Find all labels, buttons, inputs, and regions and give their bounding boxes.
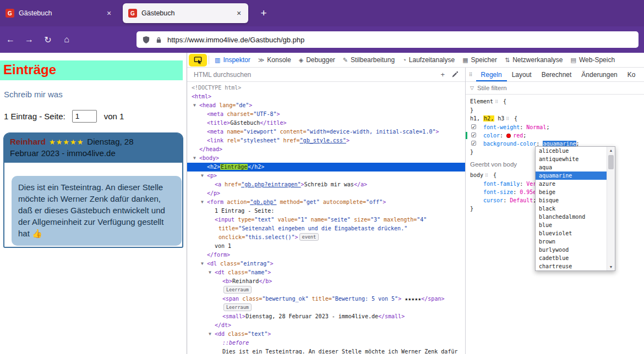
tab-close-icon[interactable]: × bbox=[105, 9, 113, 18]
new-tab-button[interactable]: + bbox=[256, 7, 271, 19]
color-option-aqua[interactable]: aqua bbox=[536, 163, 607, 172]
markup-line[interactable]: <title>Gästebuch</title> bbox=[187, 119, 465, 128]
expand-arrow-icon[interactable]: ▼ bbox=[209, 330, 215, 339]
sidebar-grid-icon[interactable]: ⠿ bbox=[466, 72, 476, 78]
declaration-checkbox[interactable] bbox=[471, 132, 476, 137]
shield-icon[interactable] bbox=[142, 36, 150, 44]
markup-line[interactable]: Leerraum bbox=[187, 303, 465, 312]
element-picker-button[interactable] bbox=[189, 54, 207, 67]
markup-line[interactable]: <span class="bewertung_ok" title="Bewert… bbox=[187, 295, 465, 303]
markup-line[interactable]: <link rel="stylesheet" href="gb_style.cs… bbox=[187, 136, 465, 145]
tool-tab-stilbearbeitung[interactable]: ✎Stilbearbeitung bbox=[339, 53, 399, 67]
expand-arrow-icon[interactable]: ▼ bbox=[201, 198, 207, 207]
color-option-azure[interactable]: azure bbox=[536, 180, 607, 188]
color-swatch[interactable] bbox=[506, 134, 511, 138]
forward-button[interactable]: → bbox=[21, 35, 37, 45]
eyedropper-icon[interactable] bbox=[451, 71, 459, 78]
sidebar-tab-regeln[interactable]: Regeln bbox=[476, 68, 507, 81]
markup-line-selected[interactable]: <h2>Einträge</h2> bbox=[187, 163, 465, 172]
markup-line[interactable]: </head> bbox=[187, 145, 465, 154]
expand-arrow-icon[interactable]: ▼ bbox=[201, 172, 207, 180]
markup-line[interactable]: Dies ist ein Testeintrag. An dieser Stel… bbox=[187, 347, 465, 354]
rule-selector[interactable]: h1, h2, h3⠿ { bbox=[470, 114, 640, 123]
tool-tab-netzwerkanalyse[interactable]: ⇅Netzwerkanalyse bbox=[501, 53, 567, 67]
color-option-black[interactable]: black bbox=[536, 204, 607, 213]
browser-tab-1[interactable]: G Gästebuch × bbox=[0, 0, 118, 26]
markup-line[interactable]: <meta name="viewport" content="width=dev… bbox=[187, 128, 465, 136]
markup-line[interactable]: 1 Eintrag - Seite: bbox=[187, 207, 465, 215]
color-option-bisque[interactable]: bisque bbox=[536, 196, 607, 204]
markup-line[interactable]: ▼<body> bbox=[187, 154, 465, 163]
tool-tab-debugger[interactable]: ◈Debugger bbox=[295, 53, 339, 67]
selector-highlighter-icon[interactable]: ⠿ bbox=[506, 117, 509, 121]
color-option-blanchedalmond[interactable]: blanchedalmond bbox=[536, 213, 607, 221]
declaration-checkbox[interactable] bbox=[471, 124, 476, 129]
url-bar[interactable]: https://www.immo4live.de/Gastbuch/gb.php bbox=[137, 31, 638, 48]
markup-line[interactable]: title="Seitenzahl eingeben und die Einga… bbox=[187, 224, 465, 233]
expand-arrow-icon[interactable]: ▼ bbox=[201, 259, 207, 268]
color-option-cadetblue[interactable]: cadetblue bbox=[536, 254, 607, 262]
sidebar-tab-ko[interactable]: Ko bbox=[623, 68, 641, 81]
selector-highlighter-icon[interactable]: ⠿ bbox=[485, 173, 488, 178]
expand-arrow-icon[interactable]: ▼ bbox=[193, 154, 199, 163]
color-option-aliceblue[interactable]: aliceblue bbox=[536, 147, 607, 155]
markup-line[interactable]: </p> bbox=[187, 189, 465, 198]
markup-line[interactable]: von 1 bbox=[187, 242, 465, 251]
tool-tab-speicher[interactable]: ▦Speicher bbox=[459, 53, 501, 67]
color-option-antiquewhite[interactable]: antiquewhite bbox=[536, 155, 607, 163]
markup-line[interactable]: ▼<head lang="de"> bbox=[187, 101, 465, 110]
markup-line[interactable]: </form> bbox=[187, 251, 465, 259]
tab-close-icon[interactable]: × bbox=[235, 9, 243, 18]
markup-line[interactable]: <meta charset="UTF-8"> bbox=[187, 110, 465, 119]
markup-line[interactable]: onclick="this.select()">event bbox=[187, 233, 465, 242]
write-entry-link[interactable]: Schreib mir was bbox=[4, 90, 63, 99]
color-option-blueviolet[interactable]: blueviolet bbox=[536, 229, 607, 237]
markup-line[interactable]: <!DOCTYPE html> bbox=[187, 84, 465, 92]
sidebar-tab-layout[interactable]: Layout bbox=[507, 68, 537, 81]
tool-tab-konsole[interactable]: ≫Konsole bbox=[254, 53, 295, 67]
selector-highlighter-icon[interactable]: ⠿ bbox=[495, 99, 498, 104]
markup-line[interactable]: </dt> bbox=[187, 321, 465, 330]
markup-line[interactable]: <b>Reinhard</b> bbox=[187, 277, 465, 286]
page-number-input[interactable] bbox=[72, 110, 97, 123]
back-button[interactable]: ← bbox=[2, 35, 19, 45]
markup-line[interactable]: <input type="text" value="1" name="seite… bbox=[187, 215, 465, 224]
declaration-color[interactable]: color: red; bbox=[470, 131, 640, 140]
tool-tab-laufzeitanalyse[interactable]: ◔Laufzeitanalyse bbox=[399, 53, 459, 67]
color-option-brown[interactable]: brown bbox=[536, 237, 607, 246]
markup-line[interactable]: Leerraum bbox=[187, 286, 465, 295]
url-text[interactable]: https://www.immo4live.de/Gastbuch/gb.php bbox=[167, 36, 304, 44]
sidebar-tab-berechnet[interactable]: Berechnet bbox=[537, 68, 577, 81]
tool-tab-web-speich[interactable]: ▤Web-Speich bbox=[567, 53, 619, 67]
color-option-burlywood[interactable]: burlywood bbox=[536, 246, 607, 254]
color-option-chartreuse[interactable]: chartreuse bbox=[536, 262, 607, 270]
add-node-icon[interactable]: + bbox=[440, 70, 445, 79]
markup-line[interactable]: ▼<dd class="text"> bbox=[187, 330, 465, 339]
reload-button[interactable]: ↻ bbox=[40, 35, 56, 45]
scroll-down-icon[interactable]: ▼ bbox=[607, 263, 615, 270]
sidebar-tab--nderungen[interactable]: Änderungen bbox=[576, 68, 622, 81]
color-option-blue[interactable]: blue bbox=[536, 221, 607, 229]
markup-line[interactable]: <a href="gb.php?eintragen">Schreib mir w… bbox=[187, 180, 465, 189]
markup-line[interactable]: ▼<dt class="name"> bbox=[187, 268, 465, 277]
markup-line[interactable]: ▼<dl class="eintrag"> bbox=[187, 259, 465, 268]
expand-arrow-icon[interactable]: ▼ bbox=[209, 268, 215, 277]
browser-tab-2-active[interactable]: G Gästebuch × bbox=[123, 3, 248, 23]
rule-selector[interactable]: Element⠿ { bbox=[470, 97, 640, 106]
declaration-checkbox[interactable] bbox=[471, 141, 476, 146]
expand-arrow-icon[interactable]: ▼ bbox=[193, 101, 199, 110]
markup-line[interactable]: ▼<p> bbox=[187, 172, 465, 180]
tool-tab-inspektor[interactable]: ▥Inspektor bbox=[211, 53, 254, 67]
markup-line[interactable]: ▼<form action="gb.php" method="get" auto… bbox=[187, 198, 465, 207]
markup-line[interactable]: <small>Dienstag, 28 Februar 2023 - immo4… bbox=[187, 312, 465, 321]
scroll-up-icon[interactable]: ▲ bbox=[607, 147, 615, 154]
html-search-bar[interactable]: HTML durchsuchen + bbox=[187, 68, 465, 82]
color-option-beige[interactable]: beige bbox=[536, 188, 607, 196]
markup-line[interactable]: <html> bbox=[187, 92, 465, 101]
popup-scrollbar[interactable]: ▲ ▼ bbox=[607, 147, 615, 270]
home-button[interactable]: ⌂ bbox=[58, 35, 75, 45]
markup-line[interactable]: ::before bbox=[187, 339, 465, 347]
color-option-aquamarine[interactable]: aquamarine bbox=[536, 172, 607, 180]
declaration-font-weight[interactable]: font-weight: Normal; bbox=[470, 123, 640, 131]
scrollbar-thumb[interactable] bbox=[608, 155, 614, 169]
